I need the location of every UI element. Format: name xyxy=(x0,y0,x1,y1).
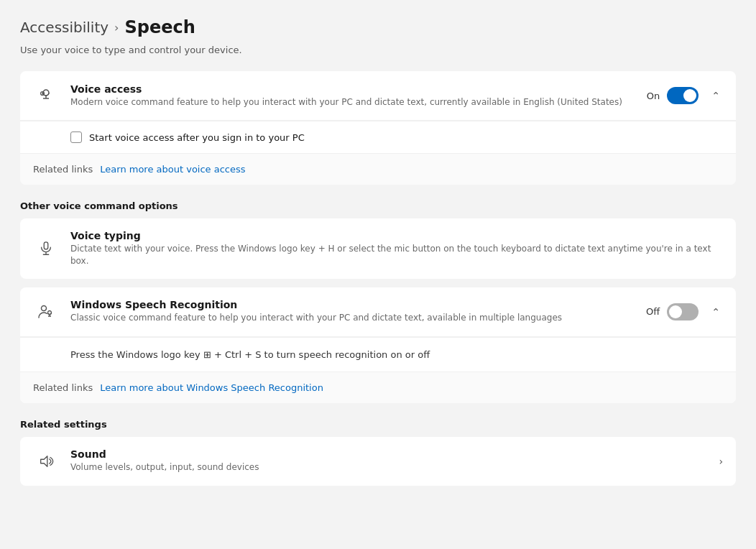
windows-speech-related-links-label: Related links xyxy=(33,382,93,393)
windows-speech-icon xyxy=(33,299,59,325)
voice-access-card: Voice access Modern voice command featur… xyxy=(20,71,736,185)
windows-speech-hotkey-text: Press the Windows logo key ⊞ + Ctrl + S … xyxy=(70,349,430,360)
windows-speech-controls: Off ⌃ xyxy=(646,303,723,320)
breadcrumb-current: Speech xyxy=(124,17,195,37)
windows-speech-learn-more-link[interactable]: Learn more about Windows Speech Recognit… xyxy=(100,382,323,393)
voice-access-chevron[interactable]: ⌃ xyxy=(709,87,723,104)
sound-desc: Volume levels, output, input, sound devi… xyxy=(70,461,707,474)
voice-access-learn-more-link[interactable]: Learn more about voice access xyxy=(100,164,245,175)
voice-typing-title: Voice typing xyxy=(70,230,723,241)
voice-access-controls: On ⌃ xyxy=(647,87,723,104)
voice-access-toggle-label: On xyxy=(647,91,660,101)
voice-access-toggle[interactable] xyxy=(667,87,699,104)
voice-access-checkbox[interactable] xyxy=(70,132,82,143)
windows-speech-desc: Classic voice command feature to help yo… xyxy=(70,312,635,324)
voice-typing-row: Voice typing Dictate text with your voic… xyxy=(20,218,736,279)
svg-point-8 xyxy=(42,305,47,310)
windows-speech-text: Windows Speech Recognition Classic voice… xyxy=(70,299,635,324)
page-subtitle: Use your voice to type and control your … xyxy=(20,45,736,55)
voice-typing-text: Voice typing Dictate text with your voic… xyxy=(70,230,723,267)
windows-speech-toggle[interactable] xyxy=(667,303,699,320)
breadcrumb: Accessibility › Speech xyxy=(20,17,736,37)
svg-marker-12 xyxy=(41,456,47,466)
sound-row[interactable]: Sound Volume levels, output, input, soun… xyxy=(20,437,736,486)
sound-title: Sound xyxy=(70,448,707,460)
windows-speech-related-links: Related links Learn more about Windows S… xyxy=(20,372,736,403)
breadcrumb-separator: › xyxy=(114,21,119,34)
voice-access-header: Voice access Modern voice command featur… xyxy=(20,71,736,121)
voice-access-related-links-label: Related links xyxy=(33,164,93,175)
windows-speech-chevron[interactable]: ⌃ xyxy=(709,303,723,320)
voice-access-checkbox-row: Start voice access after you sign in to … xyxy=(70,132,723,143)
breadcrumb-parent[interactable]: Accessibility xyxy=(20,19,109,36)
windows-speech-title: Windows Speech Recognition xyxy=(70,299,635,310)
windows-speech-card: Windows Speech Recognition Classic voice… xyxy=(20,287,736,403)
voice-access-title: Voice access xyxy=(70,83,635,95)
voice-access-related-links: Related links Learn more about voice acc… xyxy=(20,153,736,185)
voice-access-expanded: Start voice access after you sign in to … xyxy=(20,121,736,153)
voice-access-desc: Modern voice command feature to help you… xyxy=(70,96,635,109)
svg-rect-5 xyxy=(44,242,48,249)
voice-access-checkbox-label: Start voice access after you sign in to … xyxy=(89,132,305,143)
windows-speech-header: Windows Speech Recognition Classic voice… xyxy=(20,287,736,337)
windows-speech-hotkey: Press the Windows logo key ⊞ + Ctrl + S … xyxy=(20,337,736,372)
voice-access-text: Voice access Modern voice command featur… xyxy=(70,83,635,109)
sound-chevron-right: › xyxy=(719,456,723,467)
voice-typing-desc: Dictate text with your voice. Press the … xyxy=(70,243,723,267)
other-voice-section-heading: Other voice command options xyxy=(20,200,736,211)
voice-typing-card: Voice typing Dictate text with your voic… xyxy=(20,218,736,279)
sound-card[interactable]: Sound Volume levels, output, input, soun… xyxy=(20,437,736,486)
voice-access-icon xyxy=(33,83,59,109)
sound-nav-arrow: › xyxy=(719,456,723,467)
sound-text: Sound Volume levels, output, input, soun… xyxy=(70,448,707,474)
sound-icon xyxy=(33,448,59,474)
windows-speech-toggle-label: Off xyxy=(646,306,660,317)
voice-typing-icon xyxy=(33,236,59,262)
related-settings-heading: Related settings xyxy=(20,419,736,430)
